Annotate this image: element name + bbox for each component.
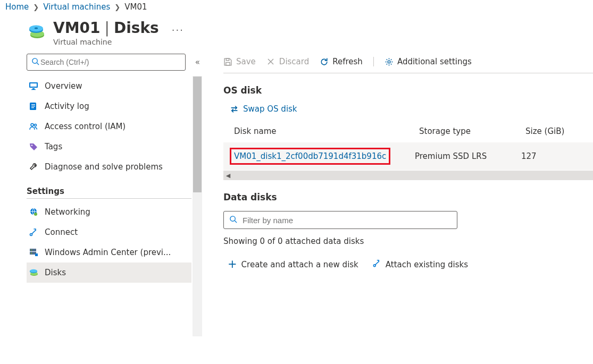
globe-icon xyxy=(29,207,38,217)
chevron-right-icon: ❯ xyxy=(33,3,39,11)
people-icon xyxy=(29,122,38,131)
disks-icon xyxy=(29,268,38,277)
close-icon xyxy=(266,57,275,66)
sidebar-group-settings: Settings xyxy=(27,177,191,199)
sidebar-item-label: Activity log xyxy=(45,101,89,111)
sidebar-item-connect[interactable]: Connect xyxy=(27,222,191,242)
svg-point-24 xyxy=(31,253,32,254)
swap-os-disk-button[interactable]: Swap OS disk xyxy=(230,104,593,114)
svg-rect-30 xyxy=(226,62,230,65)
svg-point-37 xyxy=(373,265,375,267)
sidebar-item-label: Access control (IAM) xyxy=(45,122,126,131)
data-disks-count: Showing 0 of 0 attached data disks xyxy=(223,236,593,246)
svg-rect-12 xyxy=(31,104,35,105)
svg-rect-13 xyxy=(31,106,35,106)
svg-point-35 xyxy=(230,216,235,221)
svg-rect-21 xyxy=(30,249,36,251)
sidebar-item-label: Overview xyxy=(45,81,82,91)
table-horizontal-scrollbar[interactable]: ◀ xyxy=(223,171,593,180)
sidebar-search-input[interactable] xyxy=(39,57,181,67)
sidebar-item-access-control[interactable]: Access control (IAM) xyxy=(27,116,191,137)
command-bar: Save Discard Refresh Additional settings xyxy=(223,54,593,73)
svg-point-20 xyxy=(30,234,32,236)
data-disk-filter-input[interactable] xyxy=(241,215,452,225)
svg-point-34 xyxy=(388,61,390,63)
sidebar-search[interactable] xyxy=(27,54,186,71)
sidebar-item-overview[interactable]: Overview xyxy=(27,76,191,96)
breadcrumb-home[interactable]: Home xyxy=(5,2,29,12)
svg-rect-9 xyxy=(32,88,35,89)
svg-point-19 xyxy=(34,213,37,216)
attach-existing-disks-button[interactable]: Attach existing disks xyxy=(372,259,468,270)
breadcrumb-current: VM01 xyxy=(124,2,147,12)
sidebar: « Overview Activity log xyxy=(27,54,202,352)
sidebar-item-label: Tags xyxy=(45,142,62,151)
wrench-icon xyxy=(29,162,38,172)
command-separator xyxy=(373,57,374,66)
svg-rect-14 xyxy=(31,107,34,108)
os-disk-row: VM01_disk1_2cf00db7191d4f31b916c Premium… xyxy=(223,142,593,170)
collapse-sidebar-button[interactable]: « xyxy=(193,55,202,69)
svg-rect-10 xyxy=(31,89,36,90)
column-storage-type: Storage type xyxy=(419,126,525,136)
svg-point-29 xyxy=(30,269,37,273)
additional-settings-button[interactable]: Additional settings xyxy=(385,57,472,66)
page-header: VM01 | Disks Virtual machine ··· xyxy=(0,16,593,54)
os-disk-heading: OS disk xyxy=(223,85,593,96)
page-subtitle: Virtual machine xyxy=(53,38,159,46)
svg-point-15 xyxy=(31,124,34,126)
save-icon xyxy=(223,57,232,66)
search-icon xyxy=(31,57,39,67)
svg-line-36 xyxy=(235,221,237,223)
data-disk-filter[interactable] xyxy=(223,211,457,229)
data-disks-heading: Data disks xyxy=(223,192,593,202)
plus-icon: + xyxy=(228,259,237,270)
refresh-icon xyxy=(320,57,329,66)
sidebar-item-label: Diagnose and solve problems xyxy=(45,162,163,172)
os-disk-storage-type: Premium SSD LRS xyxy=(415,151,521,161)
svg-rect-8 xyxy=(30,83,37,87)
svg-point-16 xyxy=(35,124,37,126)
breadcrumb: Home ❯ Virtual machines ❯ VM01 xyxy=(0,0,593,16)
swap-icon xyxy=(230,105,239,114)
sidebar-item-label: Disks xyxy=(45,268,66,277)
column-size: Size (GiB) xyxy=(525,126,593,136)
more-button[interactable]: ··· xyxy=(172,24,184,36)
chevron-right-icon: ❯ xyxy=(114,3,120,11)
refresh-button[interactable]: Refresh xyxy=(320,57,363,66)
sidebar-item-diagnose[interactable]: Diagnose and solve problems xyxy=(27,157,191,177)
create-attach-disk-button[interactable]: + Create and attach a new disk xyxy=(228,259,358,270)
svg-point-17 xyxy=(31,145,33,146)
sidebar-item-disks[interactable]: Disks xyxy=(27,263,191,283)
svg-rect-31 xyxy=(226,58,229,61)
monitor-icon xyxy=(29,81,38,91)
os-disk-table: Disk name Storage type Size (GiB) VM01_d… xyxy=(223,122,593,180)
gear-icon xyxy=(385,57,394,66)
column-disk-name: Disk name xyxy=(234,126,419,136)
sidebar-item-windows-admin-center[interactable]: Windows Admin Center (previ... xyxy=(27,242,191,263)
sidebar-item-label: Windows Admin Center (previ... xyxy=(45,248,171,257)
page-title: VM01 | Disks xyxy=(53,19,159,37)
svg-point-4 xyxy=(35,27,38,29)
tag-icon xyxy=(29,142,38,151)
svg-line-6 xyxy=(37,63,39,65)
svg-point-5 xyxy=(32,58,37,63)
main-content: Save Discard Refresh Additional settings xyxy=(202,54,593,352)
sidebar-item-activity-log[interactable]: Activity log xyxy=(27,96,191,116)
sidebar-item-tags[interactable]: Tags xyxy=(27,137,191,157)
server-icon xyxy=(29,248,38,257)
svg-point-23 xyxy=(31,250,32,251)
save-button: Save xyxy=(223,57,256,66)
sidebar-item-networking[interactable]: Networking xyxy=(27,202,191,222)
attach-icon xyxy=(372,259,381,270)
sidebar-scrollbar[interactable] xyxy=(193,76,202,336)
svg-rect-25 xyxy=(35,253,38,256)
disks-icon xyxy=(27,22,46,41)
log-icon xyxy=(29,101,38,111)
os-disk-size: 127 xyxy=(521,151,593,161)
connect-icon xyxy=(29,227,38,237)
search-icon xyxy=(229,215,237,225)
os-disk-name-link[interactable]: VM01_disk1_2cf00db7191d4f31b916c xyxy=(230,148,390,165)
breadcrumb-virtual-machines[interactable]: Virtual machines xyxy=(43,2,110,12)
discard-button: Discard xyxy=(266,57,309,66)
